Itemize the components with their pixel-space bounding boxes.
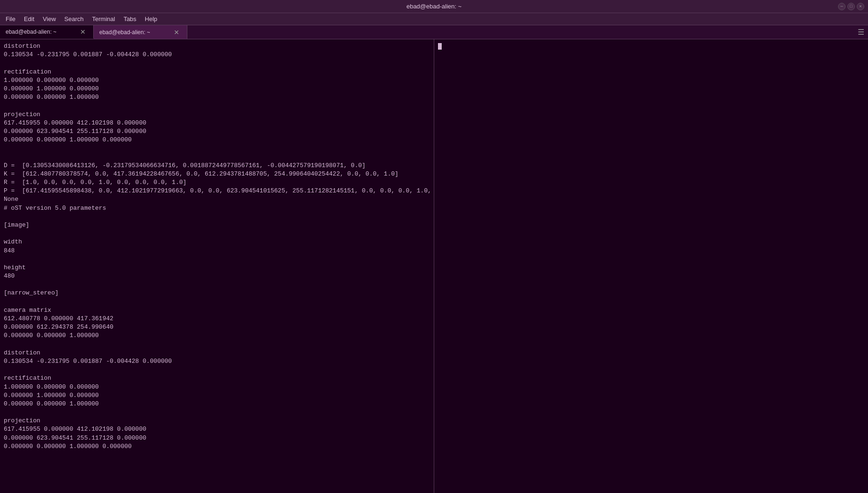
window-controls[interactable]: ─ □ ✕ bbox=[838, 3, 864, 10]
tab-1-label: ebad@ebad-alien: ~ bbox=[6, 29, 57, 35]
maximize-button[interactable]: □ bbox=[847, 3, 855, 10]
menu-file[interactable]: File bbox=[2, 15, 19, 23]
window-title: ebad@ebad-alien: ~ bbox=[407, 3, 462, 10]
menu-bar: File Edit View Search Terminal Tabs Help bbox=[0, 13, 868, 25]
tab-1[interactable]: ebad@ebad-alien: ~ ✕ bbox=[0, 25, 94, 39]
menu-tabs[interactable]: Tabs bbox=[120, 15, 140, 23]
menu-help[interactable]: Help bbox=[141, 15, 161, 23]
tab-2-label: ebad@ebad-alien: ~ bbox=[99, 29, 150, 36]
menu-terminal[interactable]: Terminal bbox=[89, 15, 119, 23]
tab-1-close[interactable]: ✕ bbox=[78, 28, 88, 36]
minimize-button[interactable]: ─ bbox=[838, 3, 846, 10]
close-button[interactable]: ✕ bbox=[857, 3, 864, 10]
cursor bbox=[438, 43, 442, 50]
tab-options-icon[interactable]: ☰ bbox=[858, 28, 864, 37]
title-bar: ebad@ebad-alien: ~ ─ □ ✕ bbox=[0, 0, 868, 13]
tabs-bar: ebad@ebad-alien: ~ ✕ ebad@ebad-alien: ~ … bbox=[0, 25, 868, 39]
tab-2[interactable]: ebad@ebad-alien: ~ ✕ bbox=[94, 25, 187, 39]
terminal-pane-1[interactable]: distortion 0.130534 -0.231795 0.001887 -… bbox=[0, 39, 434, 493]
terminal-container: distortion 0.130534 -0.231795 0.001887 -… bbox=[0, 39, 868, 493]
menu-edit[interactable]: Edit bbox=[20, 15, 38, 23]
terminal-pane-2[interactable] bbox=[434, 39, 868, 493]
tab-2-close[interactable]: ✕ bbox=[172, 29, 181, 36]
menu-view[interactable]: View bbox=[39, 15, 59, 23]
menu-search[interactable]: Search bbox=[60, 15, 87, 23]
